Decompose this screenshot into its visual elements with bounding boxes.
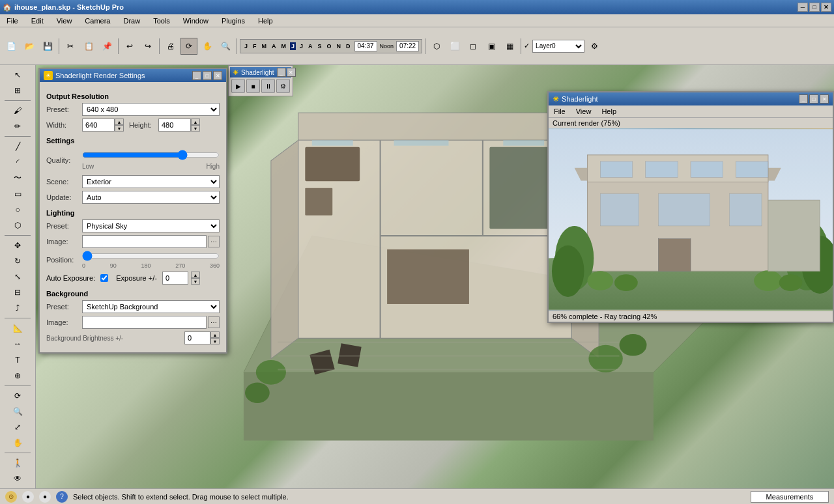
menu-tools[interactable]: Tools (149, 16, 174, 26)
open-button[interactable]: 📂 (21, 38, 38, 55)
zoomext-tool[interactable]: ⤢ (9, 420, 26, 434)
erase-tool[interactable]: ✏ (9, 119, 26, 133)
view-front-button[interactable]: ◻ (465, 38, 482, 55)
view-top-button[interactable]: ⬜ (446, 38, 463, 55)
menu-plugins[interactable]: Plugins (218, 16, 249, 26)
scale-tool[interactable]: ⤡ (9, 270, 26, 284)
render-stop-button[interactable]: ■ (246, 79, 260, 93)
line-tool[interactable]: ╱ (9, 139, 26, 154)
position-slider[interactable] (82, 251, 220, 261)
bg-brightness-input[interactable] (184, 331, 210, 344)
rect-tool[interactable]: ▭ (9, 187, 26, 201)
maximize-button[interactable]: □ (809, 3, 820, 12)
month-j2[interactable]: J (290, 42, 296, 50)
walk-tool[interactable]: 🚶 (9, 456, 26, 470)
render-pause-button[interactable]: ⏸ (261, 79, 275, 93)
month-a1[interactable]: A (270, 42, 278, 50)
print-button[interactable]: 🖨 (162, 38, 179, 55)
redo-button[interactable]: ↪ (139, 38, 156, 55)
month-m1[interactable]: M (261, 42, 268, 50)
dim-tool[interactable]: ↔ (9, 337, 26, 351)
width-up[interactable]: ▲ (115, 119, 124, 125)
circle-tool[interactable]: ○ (9, 203, 26, 217)
component-tool[interactable]: ⊞ (9, 83, 26, 98)
width-down[interactable]: ▼ (115, 125, 124, 132)
height-input[interactable] (158, 119, 191, 132)
resolution-preset-select[interactable]: 640 x 480 800 x 600 1024 x 768 1280 x 72… (82, 103, 220, 116)
canvas-area[interactable]: ☀ Shaderlight _ ✕ ▶ ■ ⏸ ⚙ ☀ Shaderlight … (36, 65, 834, 488)
rotate-tool[interactable]: ↻ (9, 254, 26, 268)
tape-tool[interactable]: 📐 (9, 321, 26, 335)
brightness-down[interactable]: ▼ (210, 338, 220, 344)
menu-edit[interactable]: Edit (27, 16, 48, 26)
select-tool[interactable]: ↖ (9, 68, 26, 82)
view-back-button[interactable]: ▦ (501, 38, 518, 55)
view-iso-button[interactable]: ⬡ (428, 38, 445, 55)
month-j1[interactable]: J (243, 42, 249, 50)
bg-image-input[interactable] (82, 316, 207, 329)
menu-help[interactable]: Help (254, 16, 277, 26)
status-icon-2[interactable]: ● (22, 491, 34, 503)
mini-minimize[interactable]: _ (277, 68, 286, 77)
lighting-image-browse[interactable]: ⋯ (208, 236, 220, 247)
height-up[interactable]: ▲ (191, 119, 200, 125)
scene-select[interactable]: Exterior Interior Custom (82, 175, 220, 188)
arc-tool[interactable]: ◜ (9, 155, 26, 169)
status-icon-1[interactable]: ⊙ (5, 491, 17, 503)
move-tool[interactable]: ✥ (9, 238, 26, 253)
orbit-button[interactable]: ⟳ (180, 38, 197, 55)
render-start-button[interactable]: ▶ (231, 79, 245, 93)
menu-file[interactable]: File (3, 16, 22, 26)
minimize-button[interactable]: ─ (798, 3, 808, 12)
lighting-preset-select[interactable]: Physical Sky Artificial Light Custom (82, 219, 220, 232)
zoom-tool[interactable]: 🔍 (9, 404, 26, 419)
offset-tool[interactable]: ⊟ (9, 285, 26, 300)
width-input[interactable] (82, 119, 115, 132)
dialog-restore[interactable]: □ (203, 71, 212, 80)
menu-view[interactable]: View (53, 16, 76, 26)
follow-tool[interactable]: ⤴ (9, 301, 26, 315)
render-win-restore[interactable]: □ (809, 94, 818, 104)
month-a2[interactable]: A (307, 42, 314, 50)
render-menu-view[interactable]: View (573, 107, 594, 116)
auto-exposure-checkbox[interactable] (100, 274, 108, 282)
quality-slider[interactable] (82, 150, 220, 160)
mini-close[interactable]: ✕ (287, 68, 296, 77)
bg-preset-select[interactable]: SketchUp Background Physical Sky Custom … (82, 300, 220, 313)
menu-camera[interactable]: Camera (81, 16, 114, 26)
axes-tool[interactable]: ⊕ (9, 369, 26, 383)
exposure-down[interactable]: ▼ (191, 278, 200, 285)
month-s[interactable]: S (317, 42, 323, 50)
render-win-close[interactable]: ✕ (820, 94, 829, 104)
paste-button[interactable]: 📌 (98, 38, 115, 55)
month-d[interactable]: D (345, 42, 352, 50)
new-button[interactable]: 📄 (3, 38, 20, 55)
bg-image-browse[interactable]: ⋯ (208, 316, 220, 328)
menu-draw[interactable]: Draw (119, 16, 144, 26)
close-button[interactable]: ✕ (821, 3, 831, 12)
height-down[interactable]: ▼ (191, 125, 200, 132)
pan-button[interactable]: ✋ (199, 38, 216, 55)
orbit-tool[interactable]: ⟳ (9, 389, 26, 403)
status-icon-3[interactable]: ● (39, 491, 51, 503)
undo-button[interactable]: ↩ (121, 38, 138, 55)
save-button[interactable]: 💾 (39, 38, 56, 55)
month-n[interactable]: N (336, 42, 343, 50)
time-input-2[interactable]: 07:22 (396, 41, 419, 51)
layer-select[interactable]: Layer0 (532, 40, 584, 53)
layer-button[interactable]: ⚙ (586, 38, 603, 55)
lighting-image-input[interactable] (82, 235, 207, 248)
render-settings-button[interactable]: ⚙ (276, 79, 290, 93)
update-select[interactable]: Auto Manual Off (82, 191, 220, 204)
month-f[interactable]: F (252, 42, 258, 50)
render-menu-file[interactable]: File (551, 107, 568, 116)
brightness-up[interactable]: ▲ (210, 331, 220, 338)
month-o[interactable]: O (326, 42, 333, 50)
dialog-minimize[interactable]: _ (192, 71, 201, 80)
cut-button[interactable]: ✂ (62, 38, 79, 55)
month-j3[interactable]: J (298, 42, 304, 50)
exposure-up[interactable]: ▲ (191, 272, 200, 278)
render-menu-help[interactable]: Help (599, 107, 619, 116)
render-win-minimize[interactable]: _ (799, 94, 808, 104)
lookaround-tool[interactable]: 👁 (9, 471, 26, 486)
